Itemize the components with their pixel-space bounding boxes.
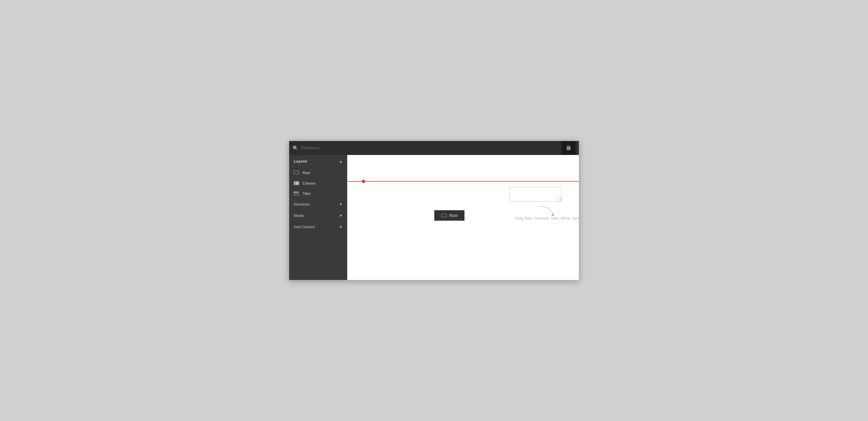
placeholder-rect: ☞ xyxy=(509,187,561,201)
media-section-header[interactable]: Media ▼ xyxy=(289,210,347,221)
elements-section-header[interactable]: Elements ▼ xyxy=(289,199,347,210)
row-drag-icon xyxy=(441,214,446,217)
drag-hint-text: Drag Row, Columns, Tabs, Block, Dyn xyxy=(515,216,579,220)
topbar: 🔍 🖥 xyxy=(289,141,579,155)
add-content-chevron-icon: ▼ xyxy=(339,225,343,229)
curved-arrow xyxy=(538,205,556,217)
search-icon: 🔍 xyxy=(292,145,299,151)
svg-marker-0 xyxy=(551,213,554,216)
add-content-section-header[interactable]: Add Content ▼ xyxy=(289,221,347,233)
elements-chevron-icon: ▼ xyxy=(339,202,343,206)
drop-line xyxy=(347,181,579,182)
row-label: Row xyxy=(303,171,310,175)
column-label: Column xyxy=(303,181,315,186)
app-window: 🔍 🖥 Layout ▲ Row xyxy=(289,141,579,280)
sidebar-item-tabs[interactable]: Tabs xyxy=(289,188,347,199)
elements-label: Elements xyxy=(294,202,309,206)
monitor-button[interactable]: 🖥 xyxy=(561,141,576,155)
row-drag-label: Row xyxy=(450,213,458,218)
search-area: 🔍 xyxy=(292,145,561,151)
row-drag-element[interactable]: Row xyxy=(434,210,464,221)
tabs-label: Tabs xyxy=(303,191,310,196)
hand-cursor-icon: ☞ xyxy=(556,195,564,204)
media-chevron-icon: ▼ xyxy=(339,214,343,218)
tabs-icon xyxy=(294,192,299,195)
sidebar-item-row[interactable]: Row xyxy=(289,167,347,178)
sidebar: Layout ▲ Row Column xyxy=(289,155,347,280)
column-icon xyxy=(294,181,299,186)
sidebar-item-column[interactable]: Column xyxy=(289,178,347,188)
add-content-label: Add Content xyxy=(294,225,315,229)
search-input[interactable] xyxy=(301,146,359,150)
drop-dot xyxy=(362,180,365,183)
layout-label: Layout xyxy=(294,159,307,163)
canvas: ☞ Row Drag Row, Columns, Tabs, Block, Dy… xyxy=(347,155,579,280)
layout-section-header[interactable]: Layout ▲ xyxy=(289,155,347,167)
chevron-up-icon: ▲ xyxy=(339,159,343,163)
main-area: Layout ▲ Row Column xyxy=(289,155,579,280)
drag-hint-area: ☞ xyxy=(509,187,561,217)
row-icon xyxy=(294,170,299,175)
monitor-icon: 🖥 xyxy=(565,145,571,151)
media-label: Media xyxy=(294,214,304,218)
